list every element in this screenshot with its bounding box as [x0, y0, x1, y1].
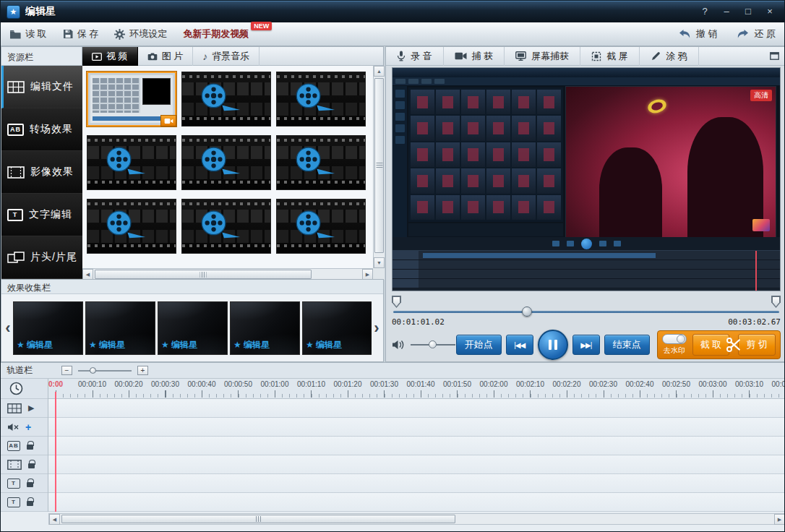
zoom-knob[interactable]: [90, 367, 96, 374]
effects-thumbnails: ★ 编辑星★ 编辑星★ 编辑星★ 编辑星★ 编辑星: [13, 301, 372, 355]
tab-music-label: 背景音乐: [212, 50, 249, 63]
transition-track-row[interactable]: [48, 437, 785, 455]
next-button[interactable]: ▶▶|: [572, 335, 600, 355]
effect-thumbnail[interactable]: ★ 编辑星: [85, 301, 155, 355]
screenshot-button[interactable]: 截 屏: [580, 47, 640, 66]
media-thumbnail[interactable]: [87, 199, 176, 254]
tab-picture[interactable]: 图 片: [138, 47, 194, 66]
scroll-up-arrow[interactable]: ▲: [374, 66, 385, 77]
effects-prev-arrow[interactable]: ‹: [3, 301, 13, 355]
seek-track[interactable]: [393, 311, 779, 313]
show-logo: [752, 219, 770, 231]
audio-track-row[interactable]: [48, 418, 785, 437]
maximize-button[interactable]: □: [739, 4, 757, 19]
start-point-button[interactable]: 开始点: [456, 335, 502, 355]
settings-button[interactable]: 环境设定: [114, 27, 167, 40]
watermark-toggle[interactable]: [662, 334, 687, 344]
sidebar-item-transitions[interactable]: AB 转场效果: [1, 108, 82, 151]
scroll-thumb[interactable]: [95, 270, 312, 279]
promo-link[interactable]: 免新手期发视频 NEW: [183, 27, 272, 40]
timeline-playhead[interactable]: [55, 392, 56, 512]
effect-thumbnail[interactable]: ★ 编辑星: [158, 301, 228, 355]
doodle-button[interactable]: 涂 鸦: [640, 47, 699, 66]
resource-panel-title: 资源栏: [1, 47, 82, 66]
media-thumbnail[interactable]: [181, 72, 271, 126]
media-thumbnail[interactable]: [276, 135, 366, 190]
sidebar-item-edit-files[interactable]: 编辑文件: [1, 66, 82, 108]
volume-icon[interactable]: [392, 340, 405, 350]
video-preview[interactable]: 高清: [392, 67, 781, 291]
load-button[interactable]: 读 取: [9, 27, 47, 40]
track-bar: 轨道栏 − + ▶ + AB: [1, 362, 785, 532]
scroll-right-arrow[interactable]: ▶: [362, 269, 373, 280]
end-point-button[interactable]: 结束点: [604, 335, 650, 355]
save-button[interactable]: 保 存: [63, 27, 99, 40]
effect-thumbnail[interactable]: ★ 编辑星: [230, 301, 300, 355]
volume-knob[interactable]: [429, 340, 437, 348]
volume-slider[interactable]: [411, 340, 455, 350]
media-thumbnail[interactable]: [181, 135, 271, 190]
effect-track-header[interactable]: [1, 455, 48, 474]
effect-thumbnail[interactable]: ★ 编辑星: [302, 301, 372, 355]
effect-watermark: ★ 编辑星: [17, 339, 53, 351]
media-thumbnail[interactable]: [181, 199, 271, 254]
add-track-icon[interactable]: +: [25, 421, 31, 433]
pause-button[interactable]: [538, 330, 568, 360]
redo-button[interactable]: 还 原: [736, 27, 776, 40]
lock-icon[interactable]: [28, 463, 35, 468]
text-track-header[interactable]: T: [1, 474, 48, 493]
display-mode-button[interactable]: [763, 47, 785, 66]
close-button[interactable]: ×: [761, 4, 778, 19]
previous-button[interactable]: |◀◀: [506, 335, 533, 355]
sidebar-item-text-edit[interactable]: T 文字编辑: [1, 194, 82, 236]
help-button[interactable]: ?: [696, 4, 713, 19]
zoom-out-button[interactable]: −: [61, 366, 72, 375]
lock-icon[interactable]: [27, 445, 33, 450]
scroll-left-arrow[interactable]: ◀: [49, 514, 60, 525]
video-track-header[interactable]: ▶: [1, 399, 48, 418]
media-thumbnail[interactable]: [87, 72, 176, 126]
record-audio-button[interactable]: 录 音: [386, 47, 444, 66]
audio-track-header[interactable]: +: [1, 418, 48, 437]
film-reel-icon: [200, 145, 243, 178]
media-thumbnail[interactable]: [87, 135, 176, 190]
sidebar-item-intro-outro[interactable]: 片头/片尾: [1, 236, 82, 279]
media-thumbnail[interactable]: [276, 72, 366, 126]
scroll-left-arrow[interactable]: ◀: [82, 269, 93, 280]
minimize-button[interactable]: –: [718, 4, 735, 19]
transition-track-header[interactable]: AB: [1, 437, 48, 455]
film-reel-icon: [294, 81, 338, 114]
seek-knob[interactable]: [522, 306, 532, 317]
scroll-down-arrow[interactable]: ▼: [374, 257, 385, 268]
scroll-thumb[interactable]: [61, 515, 455, 523]
trim-start-handle[interactable]: [392, 296, 401, 308]
effect-thumbnail[interactable]: ★ 编辑星: [13, 301, 83, 355]
capture-button[interactable]: 捕 获: [444, 47, 505, 66]
effects-next-arrow[interactable]: ›: [372, 301, 382, 355]
lock-icon[interactable]: [27, 482, 33, 487]
cut-button[interactable]: 剪 切: [738, 334, 776, 356]
media-thumbnail[interactable]: [276, 199, 366, 254]
timeline-ruler[interactable]: 0:0000:00:1000:00:2000:00:3000:00:4000:0…: [48, 379, 785, 399]
film-grid-icon: [7, 81, 25, 93]
effect-track-row[interactable]: [48, 455, 785, 474]
text-track-2-header[interactable]: T: [1, 493, 48, 512]
expand-track-icon[interactable]: ▶: [28, 403, 34, 413]
video-track-row[interactable]: [48, 399, 785, 418]
undo-button[interactable]: 撤 销: [678, 27, 718, 40]
tab-background-music[interactable]: ♪ 背景音乐: [193, 47, 259, 66]
trim-end-handle[interactable]: [771, 296, 781, 308]
tab-video[interactable]: 视 频: [82, 47, 138, 66]
text-track-2-row[interactable]: [48, 493, 785, 512]
crop-icon: [591, 51, 601, 61]
sidebar-item-video-effects[interactable]: 影像效果: [1, 151, 82, 194]
scroll-right-arrow[interactable]: ▶: [774, 514, 785, 525]
capture-clip-button[interactable]: 截 取: [692, 334, 730, 356]
timeline-zoom-slider[interactable]: [78, 366, 132, 375]
zoom-in-button[interactable]: +: [137, 366, 148, 375]
save-icon: [63, 29, 73, 39]
lock-icon[interactable]: [27, 501, 33, 506]
scroll-thumb[interactable]: [374, 78, 384, 253]
screen-capture-button[interactable]: 屏幕捕获: [505, 47, 580, 66]
text-track-row[interactable]: [48, 474, 785, 493]
